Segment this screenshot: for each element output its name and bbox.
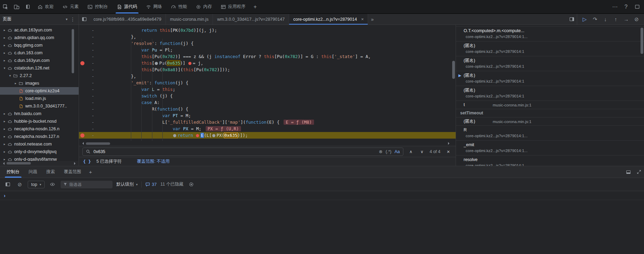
frame-location[interactable]: core-optimi.kz2...js?v=2879014:1 xyxy=(464,49,641,54)
panel-tab-elements[interactable]: 元素 xyxy=(58,0,83,13)
scroll-right-arrow[interactable] xyxy=(74,162,77,165)
frame-location[interactable]: core-optimi.kz2...js?v=2879014:1... xyxy=(464,148,641,153)
call-stack-frame[interactable]: (匿名)core-optimi.kz2...js?v=2879014:1 xyxy=(456,56,644,71)
gutter[interactable]: - xyxy=(79,79,100,86)
call-stack-frame[interactable]: (匿名)core-optimi.kz2...js?v=2879014:1 xyxy=(456,86,644,101)
call-stack-frame[interactable]: ▶(匿名)core-optimi.kz2...js?v=2879014:1 xyxy=(456,71,644,86)
call-stack-frame[interactable]: tmusic-corona.min.js:1 xyxy=(456,101,644,109)
step-over-button[interactable]: ↷ xyxy=(590,15,600,24)
inspect-icon[interactable] xyxy=(0,0,11,13)
tree-item[interactable]: load.min.js xyxy=(0,95,79,102)
next-match-button[interactable]: ∨ xyxy=(419,149,426,154)
scrollbar-thumb[interactable] xyxy=(86,142,110,145)
frame-location[interactable]: core-optimi.kz2...js?v=2879014:1 xyxy=(464,78,641,84)
frame-location[interactable]: core-optimi.kz2...js?v=2879014:1... xyxy=(464,34,641,39)
device-toolbar-icon[interactable] xyxy=(11,0,22,13)
caret-closed-icon[interactable]: ▸ xyxy=(2,150,7,153)
drawer-tab-控制台[interactable]: 控制台 xyxy=(2,166,24,178)
code-line[interactable]: - var Pu = Pl; xyxy=(79,47,456,53)
code-line[interactable]: - this[Pu(0x8a8)](this[Pu(0x782)])); xyxy=(79,66,456,73)
previous-match-button[interactable]: ∧ xyxy=(408,149,414,154)
step-out-button[interactable]: ↑ xyxy=(611,15,620,24)
file-tab[interactable]: core-optimi.kz2...n.js?v=2879014× xyxy=(289,14,368,25)
code-line[interactable]: - var L = this; xyxy=(79,86,456,93)
gutter[interactable]: - xyxy=(79,40,100,47)
sidebar-horizontal-scrollbar[interactable] xyxy=(0,161,78,166)
file-tab[interactable]: music-corona.min.js xyxy=(166,14,213,25)
callstack-scrollbar[interactable] xyxy=(641,28,643,54)
inline-breakpoint-candidate-icon[interactable] xyxy=(155,62,158,65)
panel-tab-performance[interactable]: 性能 xyxy=(167,0,191,13)
panel-tab-sources[interactable]: 源代码 xyxy=(113,0,142,13)
deactivate-breakpoints-button[interactable]: ⊘ xyxy=(632,15,641,24)
tree-item[interactable]: ▸c.dun.163.com xyxy=(0,49,79,57)
code-text[interactable]: return this[PK(0x7bd)](j, j); xyxy=(100,27,456,34)
gutter[interactable]: - xyxy=(79,53,100,60)
code-line[interactable]: - var PT = M; xyxy=(79,112,456,119)
caret-open-icon[interactable]: ▾ xyxy=(2,66,7,70)
code-text[interactable]: 'resolve': function(j) { xyxy=(100,40,456,47)
close-search-icon[interactable]: × xyxy=(445,149,452,154)
tree-item[interactable]: ▸admin.qidian.qq.com xyxy=(0,34,79,41)
code-text[interactable]: var L = this; xyxy=(100,86,456,93)
inline-breakpoint-icon[interactable] xyxy=(188,62,191,65)
more-options-icon[interactable]: ⋮ xyxy=(70,17,76,22)
caret-closed-icon[interactable]: ▸ xyxy=(2,127,7,131)
console-sidebar-icon[interactable] xyxy=(3,180,12,189)
inline-breakpoint-candidate-icon[interactable] xyxy=(173,134,176,137)
tree-item[interactable]: ▸hm.baidu.com xyxy=(0,110,79,117)
inline-breakpoint-candidate-icon[interactable] xyxy=(212,134,215,137)
drawer-tab-问题[interactable]: 问题 xyxy=(24,166,42,178)
match-case-toggle[interactable]: Aa xyxy=(394,149,400,154)
frame-location[interactable]: core-optimi.kz2...js?v=2879014:1 xyxy=(464,64,641,69)
caret-closed-icon[interactable]: ▸ xyxy=(13,82,18,85)
call-stack-frame[interactable]: (匿名)core-optimi.kz2...js?v=2879014:1 xyxy=(456,41,644,56)
caret-closed-icon[interactable]: ▸ xyxy=(2,135,7,138)
code-line[interactable]: - var PX = M;PX = ƒ (U,R) xyxy=(79,125,456,132)
gutter[interactable]: - xyxy=(79,47,100,53)
code-text[interactable]: '_emit': function(j) { xyxy=(100,79,456,86)
gutter[interactable]: - xyxy=(79,106,100,112)
search-query-field[interactable] xyxy=(93,149,376,154)
code-text[interactable]: }, xyxy=(100,34,456,40)
file-tab[interactable]: wm.3.0.0_33d417...js?v=28790147 xyxy=(213,14,289,25)
code-text[interactable]: R(function() { xyxy=(100,106,456,112)
step-into-button[interactable]: ↓ xyxy=(601,15,610,24)
clear-console-icon[interactable]: ⊘ xyxy=(16,180,24,189)
gutter[interactable]: - xyxy=(79,66,100,73)
console-filter[interactable] xyxy=(61,181,113,188)
gutter[interactable]: - xyxy=(79,34,100,40)
gutter[interactable]: - xyxy=(79,27,100,34)
coverage-link[interactable]: 覆盖范围: 不适用 xyxy=(137,159,170,164)
call-stack-frame[interactable]: _emitcore-optimi.kz2...js?v=2879014:1... xyxy=(456,141,644,156)
gutter[interactable]: - xyxy=(79,60,100,66)
gutter[interactable]: - xyxy=(79,112,100,119)
code-text[interactable]: var Pu = Pl; xyxy=(100,47,456,53)
search-input[interactable]: ⊗ (.*) Aa xyxy=(82,148,403,156)
gutter[interactable]: - xyxy=(79,99,100,106)
tree-item[interactable]: ▸hubble-js-bucket.nosd xyxy=(0,117,79,125)
code-line[interactable]: - case A: xyxy=(79,99,456,106)
editor-vertical-scrollbar[interactable] xyxy=(452,61,455,79)
step-button[interactable]: → xyxy=(621,15,631,24)
drawer-tab-搜索[interactable]: 搜索 xyxy=(42,166,60,178)
resume-button[interactable]: ▷ xyxy=(580,15,589,24)
scrollbar-thumb[interactable] xyxy=(7,162,31,164)
caret-closed-icon[interactable]: ▸ xyxy=(2,28,7,32)
frame-location[interactable]: music-corona.min.js:1 xyxy=(493,119,531,124)
tree-item[interactable]: wm.3.0.0_33d41777.. xyxy=(0,102,79,110)
call-stack-frame[interactable]: resolvecore-optimi.kz2...js?v=2879014:1.… xyxy=(456,156,644,166)
panel-tab-welcome[interactable]: 欢迎 xyxy=(33,0,58,13)
code-line[interactable]: - return this[PK(0x7bd)](j, j); xyxy=(79,27,456,34)
navigator-tab-pages[interactable]: 页面 xyxy=(3,16,11,22)
dock-side-icon[interactable] xyxy=(632,2,642,12)
caret-closed-icon[interactable]: ▸ xyxy=(2,51,7,55)
focus-page-icon[interactable] xyxy=(22,0,33,13)
dock-drawer-icon[interactable] xyxy=(623,166,634,178)
code-line[interactable]: - 'resolve': function(j) { xyxy=(79,40,456,47)
code-text[interactable]: var PX = M;PX = ƒ (U,R) xyxy=(100,125,456,132)
tree-item[interactable]: ▸c.dun.163yun.com xyxy=(0,57,79,64)
panel-tab-network[interactable]: 网络 xyxy=(142,0,167,13)
frame-location[interactable]: core-optimi.kz2...js?v=2879014:1... xyxy=(464,133,641,139)
code-text[interactable]: return E(L[PX(0x635)]); xyxy=(100,132,456,139)
